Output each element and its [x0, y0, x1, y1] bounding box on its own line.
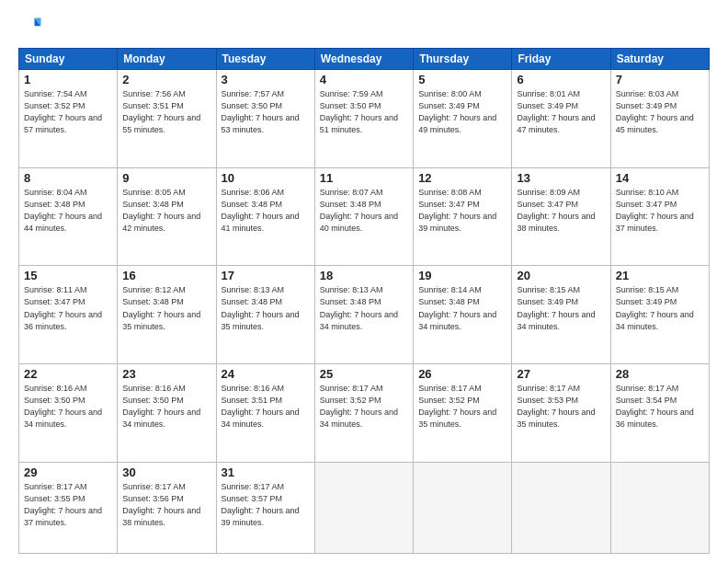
- day-number: 8: [24, 171, 112, 185]
- calendar-cell: 31Sunrise: 8:17 AMSunset: 3:57 PMDayligh…: [216, 462, 314, 553]
- day-number: 12: [418, 171, 506, 185]
- day-number: 18: [320, 269, 408, 282]
- calendar-cell: 12Sunrise: 8:08 AMSunset: 3:47 PMDayligh…: [414, 167, 512, 266]
- day-info: Sunrise: 8:17 AMSunset: 3:55 PMDaylight:…: [24, 481, 112, 529]
- day-info: Sunrise: 8:01 AMSunset: 3:49 PMDaylight:…: [517, 88, 605, 136]
- day-info: Sunrise: 8:17 AMSunset: 3:57 PMDaylight:…: [222, 481, 310, 529]
- calendar-week-row: 1Sunrise: 7:54 AMSunset: 3:52 PMDaylight…: [19, 70, 710, 168]
- day-number: 6: [517, 73, 605, 86]
- calendar-cell: 19Sunrise: 8:14 AMSunset: 3:48 PMDayligh…: [414, 266, 512, 364]
- day-info: Sunrise: 8:12 AMSunset: 3:48 PMDaylight:…: [122, 284, 210, 332]
- calendar-cell: [414, 462, 512, 553]
- day-number: 24: [222, 367, 310, 381]
- day-info: Sunrise: 8:07 AMSunset: 3:48 PMDaylight:…: [320, 187, 408, 235]
- calendar-cell: 15Sunrise: 8:11 AMSunset: 3:47 PMDayligh…: [19, 266, 118, 364]
- weekday-header-cell: Sunday: [19, 49, 118, 70]
- day-number: 28: [616, 367, 704, 381]
- day-info: Sunrise: 8:08 AMSunset: 3:47 PMDaylight:…: [418, 187, 506, 235]
- day-info: Sunrise: 8:06 AMSunset: 3:48 PMDaylight:…: [222, 187, 310, 235]
- calendar-cell: 2Sunrise: 7:56 AMSunset: 3:51 PMDaylight…: [118, 70, 216, 168]
- calendar-week-row: 15Sunrise: 8:11 AMSunset: 3:47 PMDayligh…: [19, 266, 710, 364]
- calendar-cell: 10Sunrise: 8:06 AMSunset: 3:48 PMDayligh…: [216, 167, 314, 266]
- day-info: Sunrise: 8:04 AMSunset: 3:48 PMDaylight:…: [24, 187, 112, 235]
- calendar-cell: 29Sunrise: 8:17 AMSunset: 3:55 PMDayligh…: [19, 462, 118, 553]
- calendar-cell: 13Sunrise: 8:09 AMSunset: 3:47 PMDayligh…: [512, 167, 610, 266]
- day-number: 7: [616, 73, 704, 86]
- logo-icon: [18, 15, 44, 40]
- day-number: 23: [122, 367, 210, 381]
- day-info: Sunrise: 8:15 AMSunset: 3:49 PMDaylight:…: [616, 284, 704, 332]
- day-info: Sunrise: 8:16 AMSunset: 3:50 PMDaylight:…: [24, 383, 112, 431]
- calendar-cell: 14Sunrise: 8:10 AMSunset: 3:47 PMDayligh…: [610, 167, 709, 266]
- calendar-cell: 11Sunrise: 8:07 AMSunset: 3:48 PMDayligh…: [314, 167, 413, 266]
- weekday-header-cell: Tuesday: [216, 49, 314, 70]
- calendar-cell: 27Sunrise: 8:17 AMSunset: 3:53 PMDayligh…: [512, 364, 610, 463]
- calendar-cell: [314, 462, 413, 553]
- day-number: 9: [122, 171, 210, 185]
- day-number: 10: [222, 171, 310, 185]
- calendar-cell: 4Sunrise: 7:59 AMSunset: 3:50 PMDaylight…: [314, 70, 413, 168]
- day-info: Sunrise: 8:03 AMSunset: 3:49 PMDaylight:…: [616, 88, 704, 136]
- calendar-cell: 1Sunrise: 7:54 AMSunset: 3:52 PMDaylight…: [19, 70, 118, 168]
- calendar-cell: 24Sunrise: 8:16 AMSunset: 3:51 PMDayligh…: [216, 364, 314, 463]
- day-info: Sunrise: 8:13 AMSunset: 3:48 PMDaylight:…: [320, 284, 408, 332]
- weekday-header-cell: Saturday: [610, 49, 709, 70]
- day-info: Sunrise: 7:56 AMSunset: 3:51 PMDaylight:…: [122, 88, 210, 136]
- calendar-cell: 17Sunrise: 8:13 AMSunset: 3:48 PMDayligh…: [216, 266, 314, 364]
- day-info: Sunrise: 8:14 AMSunset: 3:48 PMDaylight:…: [418, 284, 506, 332]
- day-number: 20: [517, 269, 605, 282]
- weekday-header-cell: Wednesday: [314, 49, 413, 70]
- weekday-header-cell: Thursday: [414, 49, 512, 70]
- day-info: Sunrise: 8:09 AMSunset: 3:47 PMDaylight:…: [517, 187, 605, 235]
- calendar-cell: 5Sunrise: 8:00 AMSunset: 3:49 PMDaylight…: [414, 70, 512, 168]
- calendar-cell: 7Sunrise: 8:03 AMSunset: 3:49 PMDaylight…: [610, 70, 709, 168]
- day-number: 1: [24, 73, 112, 86]
- day-number: 11: [320, 171, 408, 185]
- day-info: Sunrise: 8:16 AMSunset: 3:51 PMDaylight:…: [222, 383, 310, 431]
- calendar-week-row: 8Sunrise: 8:04 AMSunset: 3:48 PMDaylight…: [19, 167, 710, 266]
- day-number: 25: [320, 367, 408, 381]
- weekday-header-cell: Monday: [118, 49, 216, 70]
- calendar-body: 1Sunrise: 7:54 AMSunset: 3:52 PMDaylight…: [19, 70, 710, 554]
- day-info: Sunrise: 8:17 AMSunset: 3:52 PMDaylight:…: [418, 383, 506, 431]
- day-info: Sunrise: 8:17 AMSunset: 3:52 PMDaylight:…: [320, 383, 408, 431]
- logo: [18, 15, 48, 40]
- calendar-cell: 30Sunrise: 8:17 AMSunset: 3:56 PMDayligh…: [118, 462, 216, 553]
- day-info: Sunrise: 8:15 AMSunset: 3:49 PMDaylight:…: [517, 284, 605, 332]
- day-info: Sunrise: 8:11 AMSunset: 3:47 PMDaylight:…: [24, 284, 112, 332]
- day-number: 2: [122, 73, 210, 86]
- day-info: Sunrise: 8:17 AMSunset: 3:53 PMDaylight:…: [517, 383, 605, 431]
- calendar-table: SundayMondayTuesdayWednesdayThursdayFrid…: [18, 48, 710, 554]
- calendar-cell: 23Sunrise: 8:16 AMSunset: 3:50 PMDayligh…: [118, 364, 216, 463]
- day-info: Sunrise: 8:16 AMSunset: 3:50 PMDaylight:…: [122, 383, 210, 431]
- calendar-cell: 9Sunrise: 8:05 AMSunset: 3:48 PMDaylight…: [118, 167, 216, 266]
- day-number: 17: [222, 269, 310, 282]
- calendar-cell: 25Sunrise: 8:17 AMSunset: 3:52 PMDayligh…: [314, 364, 413, 463]
- weekday-header-row: SundayMondayTuesdayWednesdayThursdayFrid…: [19, 49, 710, 70]
- day-info: Sunrise: 8:05 AMSunset: 3:48 PMDaylight:…: [122, 187, 210, 235]
- day-info: Sunrise: 8:17 AMSunset: 3:54 PMDaylight:…: [616, 383, 704, 431]
- calendar-cell: 20Sunrise: 8:15 AMSunset: 3:49 PMDayligh…: [512, 266, 610, 364]
- weekday-header-cell: Friday: [512, 49, 610, 70]
- day-number: 3: [222, 73, 310, 86]
- day-info: Sunrise: 7:54 AMSunset: 3:52 PMDaylight:…: [24, 88, 112, 136]
- day-number: 26: [418, 367, 506, 381]
- calendar-page: SundayMondayTuesdayWednesdayThursdayFrid…: [0, 0, 728, 563]
- calendar-week-row: 22Sunrise: 8:16 AMSunset: 3:50 PMDayligh…: [19, 364, 710, 463]
- day-info: Sunrise: 7:57 AMSunset: 3:50 PMDaylight:…: [222, 88, 310, 136]
- day-number: 19: [418, 269, 506, 282]
- calendar-cell: 6Sunrise: 8:01 AMSunset: 3:49 PMDaylight…: [512, 70, 610, 168]
- day-number: 31: [222, 465, 310, 479]
- calendar-cell: 18Sunrise: 8:13 AMSunset: 3:48 PMDayligh…: [314, 266, 413, 364]
- day-info: Sunrise: 8:13 AMSunset: 3:48 PMDaylight:…: [222, 284, 310, 332]
- header: [18, 15, 710, 40]
- calendar-cell: [512, 462, 610, 553]
- day-info: Sunrise: 8:10 AMSunset: 3:47 PMDaylight:…: [616, 187, 704, 235]
- calendar-cell: 21Sunrise: 8:15 AMSunset: 3:49 PMDayligh…: [610, 266, 709, 364]
- day-number: 29: [24, 465, 112, 479]
- calendar-cell: 28Sunrise: 8:17 AMSunset: 3:54 PMDayligh…: [610, 364, 709, 463]
- calendar-cell: 22Sunrise: 8:16 AMSunset: 3:50 PMDayligh…: [19, 364, 118, 463]
- day-number: 14: [616, 171, 704, 185]
- calendar-cell: 8Sunrise: 8:04 AMSunset: 3:48 PMDaylight…: [19, 167, 118, 266]
- day-number: 27: [517, 367, 605, 381]
